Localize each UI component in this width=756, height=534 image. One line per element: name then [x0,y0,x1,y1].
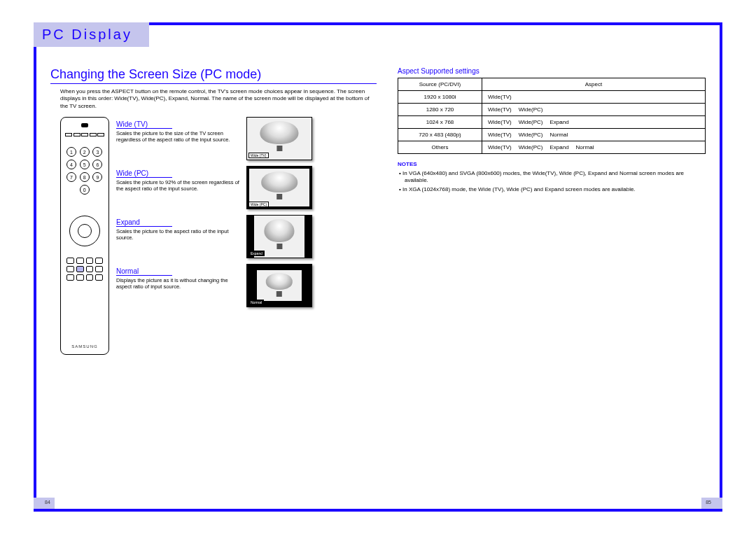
mode-desc: Scales the picture to the size of the TV… [116,130,242,143]
page-title: Changing the Screen Size (PC mode) [50,67,377,84]
mode-text: Wide (PC)Scales the picture to 92% of th… [116,166,242,192]
section-tab: PC Display [34,22,149,47]
remote-brand: SAMSUNG [61,344,108,349]
mode-desc: Scales the picture to the aspect ratio o… [116,228,242,241]
mode-block: NormalDisplays the picture as it is with… [116,264,377,307]
table-header: Source (PC/DVI) [398,78,482,91]
table-cell-source: 1280 x 720 [398,104,482,116]
note-item: In XGA (1024x768) mode, the Wide (TV), W… [398,186,706,193]
table-cell-aspect: Wide(TV) [482,91,706,104]
balloon-icon [260,121,298,144]
body-row: 123 456 789 0 SAMSUNG Wide (TV)Scales th… [50,117,377,355]
table-cell-aspect: Wide(TV)Wide(PC)Expand [482,116,706,129]
mode-title: Wide (PC) [116,169,172,178]
intro-text: When you press the ASPECT button on the … [60,88,377,110]
table-cell-aspect: Wide(TV)Wide(PC) [482,104,706,116]
table-cell-aspect: Wide(TV)Wide(PC)ExpandNormal [482,141,706,154]
thumbnail-label: Wide (PC) [248,202,269,207]
left-column: Changing the Screen Size (PC mode) When … [50,67,377,495]
page-number-right: 85 [706,500,711,505]
mode-desc: Scales the picture to 92% of the screen … [116,179,242,192]
table-row: 1024 x 768Wide(TV)Wide(PC)Expand [398,116,706,129]
right-column: Aspect Supported settings Source (PC/DVI… [398,67,706,495]
mode-text: NormalDisplays the picture as it is with… [116,264,242,290]
mode-title: Expand [116,218,172,227]
note-item: In VGA (640x480) and SVGA (800x600) mode… [398,170,706,185]
table-cell-source: 720 x 483 (480p) [398,129,482,141]
mode-thumbnail: Normal [246,264,312,307]
thumbnail-label: Normal [248,300,264,305]
power-icon [81,123,88,127]
aspect-settings-title: Aspect Supported settings [398,67,706,75]
mode-block: Wide (PC)Scales the picture to 92% of th… [116,166,377,209]
notes-header: NOTES [398,161,706,167]
mode-thumbnail: Expand [246,215,312,258]
table-header: Aspect [482,78,706,91]
mode-thumbnail: Wide (TV) [246,117,312,160]
nav-wheel-icon [69,216,100,246]
thumbnail-label: Wide (TV) [248,153,269,158]
mode-block: ExpandScales the picture to the aspect r… [116,215,377,258]
content-area: Changing the Screen Size (PC mode) When … [50,67,706,495]
mode-title: Normal [116,267,172,276]
section-header: PC Display [42,27,132,42]
thumbnail-inner [249,169,309,206]
mode-text: Wide (TV)Scales the picture to the size … [116,117,242,143]
numpad: 123 456 789 0 [66,147,103,195]
notes-list: In VGA (640x480) and SVGA (800x600) mode… [398,170,706,193]
page-num-bg-left [34,498,55,509]
table-row: 1280 x 720Wide(TV)Wide(PC) [398,104,706,116]
thumbnail-inner [257,270,302,301]
table-cell-source: 1024 x 768 [398,116,482,129]
page-frame: PC Display Changing the Screen Size (PC … [34,22,722,512]
balloon-icon [266,273,293,290]
mode-desc: Displays the picture as it is without ch… [116,277,242,290]
table-cell-source: 1920 x 1080i [398,91,482,104]
balloon-icon [264,219,294,242]
table-cell-aspect: Wide(TV)Wide(PC)Normal [482,129,706,141]
table-row: OthersWide(TV)Wide(PC)ExpandNormal [398,141,706,154]
source-row [65,133,104,136]
thumbnail-label: Expand [248,251,265,256]
remote-illustration: 123 456 789 0 SAMSUNG [60,117,109,355]
aspect-table: Source (PC/DVI)Aspect 1920 x 1080iWide(T… [398,78,706,154]
mode-title: Wide (TV) [116,120,172,129]
page-number-left: 84 [45,500,50,505]
balloon-icon [261,171,298,192]
lower-buttons [66,258,103,281]
aspect-button-highlight [76,266,84,272]
page-num-bg-right [701,498,722,509]
table-cell-source: Others [398,141,482,154]
table-row: 1920 x 1080iWide(TV) [398,91,706,104]
mode-text: ExpandScales the picture to the aspect r… [116,215,242,241]
mode-thumbnail: Wide (PC) [246,166,312,209]
modes-list: Wide (TV)Scales the picture to the size … [116,117,377,355]
mode-block: Wide (TV)Scales the picture to the size … [116,117,377,160]
table-row: 720 x 483 (480p)Wide(TV)Wide(PC)Normal [398,129,706,141]
